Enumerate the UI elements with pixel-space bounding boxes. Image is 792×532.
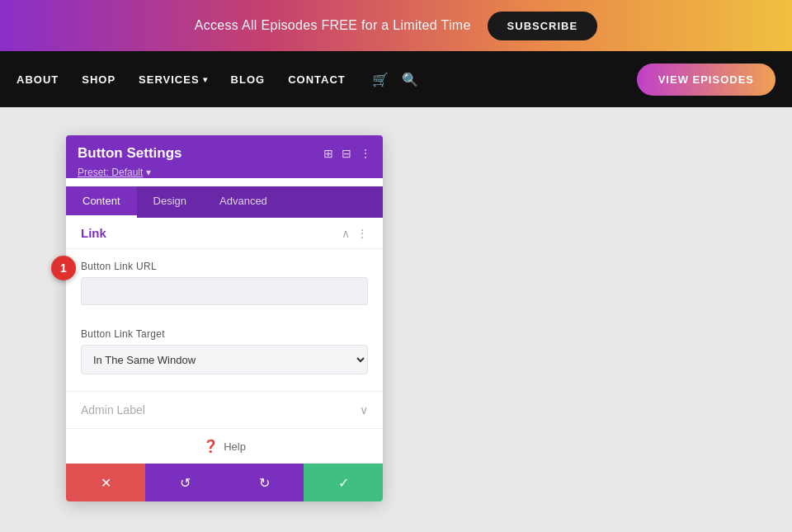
- banner-text: Access All Episodes FREE for a Limited T…: [195, 18, 471, 33]
- cart-icon[interactable]: 🛒: [372, 72, 389, 87]
- admin-label-section[interactable]: Admin Label ∨: [66, 391, 383, 428]
- link-section-title: Link: [81, 226, 106, 240]
- panel-header: Button Settings ⊞ ⊟ ⋮ Preset: Default ▾: [66, 135, 383, 178]
- tab-content[interactable]: Content: [66, 186, 137, 218]
- button-settings-panel: Button Settings ⊞ ⊟ ⋮ Preset: Default ▾ …: [66, 135, 383, 501]
- undo-icon: ↺: [180, 475, 191, 491]
- nav-icons: 🛒 🔍: [372, 72, 418, 87]
- panel-expand-icon[interactable]: ⊞: [323, 147, 333, 160]
- panel-columns-icon[interactable]: ⊟: [342, 147, 351, 160]
- panel-header-icons: ⊞ ⊟ ⋮: [323, 147, 371, 160]
- panel-tabs: Content Design Advanced: [66, 186, 383, 218]
- cancel-button[interactable]: ✕: [66, 464, 145, 501]
- section-more-icon[interactable]: ⋮: [356, 227, 368, 240]
- panel-body: Link ∧ ⋮ Button Link URL Button Link Tar…: [66, 218, 383, 501]
- admin-label-text: Admin Label: [81, 403, 145, 417]
- save-button[interactable]: ✓: [304, 464, 383, 501]
- target-select[interactable]: In The Same Window In A New Window: [81, 345, 368, 374]
- panel-more-icon[interactable]: ⋮: [360, 147, 371, 160]
- help-bar: ❓ Help: [66, 428, 383, 464]
- url-input[interactable]: [81, 277, 368, 305]
- search-icon[interactable]: 🔍: [402, 72, 418, 87]
- url-field-label: Button Link URL: [81, 261, 368, 272]
- help-text: Help: [224, 440, 246, 453]
- panel-toolbar: ✕ ↺ ↻ ✓: [66, 464, 383, 501]
- subscribe-button[interactable]: SUBSCRIBE: [488, 12, 598, 40]
- nav-bar: ABOUT SHOP SERVICES ▾ BLOG CONTACT 🛒 🔍 V…: [0, 51, 792, 107]
- nav-item-contact[interactable]: CONTACT: [288, 73, 346, 86]
- url-field-group: Button Link URL: [66, 261, 383, 328]
- nav-item-about[interactable]: ABOUT: [16, 73, 59, 86]
- view-episodes-button[interactable]: VIEW EPISODES: [637, 64, 776, 96]
- nav-item-services[interactable]: SERVICES ▾: [139, 73, 208, 86]
- help-icon: ❓: [203, 439, 219, 454]
- step-badge: 1: [51, 256, 76, 280]
- redo-button[interactable]: ↻: [224, 464, 304, 501]
- panel-title: Button Settings: [78, 145, 182, 162]
- link-section-header: Link ∧ ⋮: [66, 218, 383, 249]
- section-collapse-icon[interactable]: ∧: [342, 227, 350, 240]
- services-chevron-icon: ▾: [203, 75, 208, 84]
- undo-button[interactable]: ↺: [145, 464, 224, 501]
- panel-preset[interactable]: Preset: Default ▾: [78, 167, 371, 178]
- redo-icon: ↻: [259, 475, 270, 491]
- nav-item-blog[interactable]: BLOG: [231, 73, 266, 86]
- cancel-icon: ✕: [101, 475, 111, 491]
- save-icon: ✓: [338, 475, 349, 491]
- target-field-group: Button Link Target In The Same Window In…: [66, 328, 383, 386]
- main-content: 1 Button Settings ⊞ ⊟ ⋮ Preset: Default …: [0, 107, 792, 532]
- nav-item-shop[interactable]: SHOP: [82, 73, 116, 86]
- admin-chevron-icon: ∨: [360, 403, 368, 417]
- top-banner: Access All Episodes FREE for a Limited T…: [0, 0, 792, 51]
- target-field-label: Button Link Target: [81, 328, 368, 340]
- tab-advanced[interactable]: Advanced: [203, 186, 284, 218]
- tab-design[interactable]: Design: [137, 186, 203, 218]
